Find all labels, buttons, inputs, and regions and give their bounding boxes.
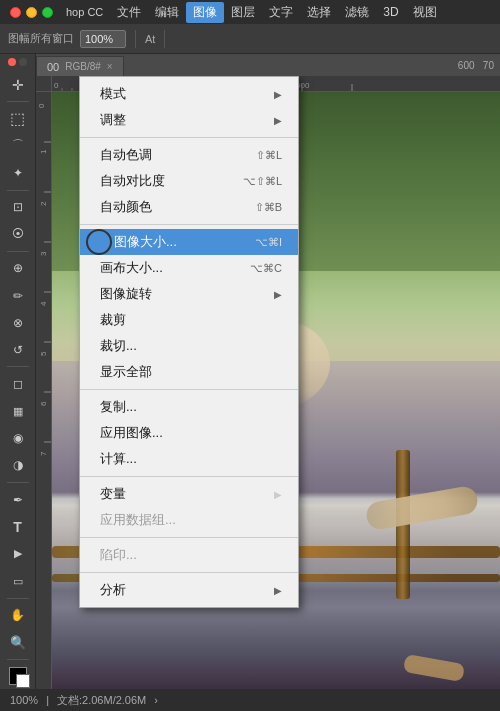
menu-item-apply-datagroup[interactable]: 应用数据组... (80, 507, 298, 533)
menu-item-apply-image[interactable]: 应用图像... (80, 420, 298, 446)
tool-path-selection[interactable]: ▶ (5, 541, 31, 566)
menu-item-select[interactable]: 选择 (300, 2, 338, 23)
menu-item-adjust[interactable]: 调整 ▶ (80, 107, 298, 133)
svg-text:1: 1 (39, 149, 48, 154)
panel-size-info: 600 70 (452, 60, 500, 71)
menu-item-file[interactable]: 文件 (110, 2, 148, 23)
menu-item-3d[interactable]: 3D (376, 3, 405, 21)
tool-gradient[interactable]: ▦ (5, 399, 31, 424)
tool-clone-stamp[interactable]: ⊗ (5, 310, 31, 335)
menu-item-photoshop[interactable]: hop CC (59, 4, 110, 20)
menu-item-image-size-shortcut: ⌥⌘I (255, 236, 282, 249)
menu-item-duplicate[interactable]: 复制... (80, 394, 298, 420)
tool-shape[interactable]: ▭ (5, 569, 31, 594)
menu-item-image-rotate-arrow: ▶ (274, 289, 282, 300)
toolbar-sep-2 (164, 30, 165, 48)
tool-eraser[interactable]: ◻ (5, 371, 31, 396)
menu-item-layer[interactable]: 图层 (224, 2, 262, 23)
tool-separator-3 (7, 251, 29, 252)
menu-item-image-rotate[interactable]: 图像旋转 ▶ (80, 281, 298, 307)
tool-dodge[interactable]: ◑ (5, 453, 31, 478)
menu-item-image[interactable]: 图像 (186, 2, 224, 23)
menu-item-analysis-arrow: ▶ (274, 585, 282, 596)
tool-hand[interactable]: ✋ (5, 603, 31, 628)
panel-close[interactable] (8, 58, 16, 66)
status-bar: 100% | 文档:2.06M/2.06M › (0, 689, 500, 711)
svg-text:5: 5 (39, 351, 48, 356)
doc-tab-label: 00 (47, 61, 59, 73)
menu-sep-4 (80, 476, 298, 477)
tool-separator-1 (7, 101, 29, 102)
menu-bar: hop CC 文件 编辑 图像 图层 文字 选择 滤镜 3D 视图 (0, 0, 500, 24)
doc-tab-colormode: RGB/8# (65, 61, 101, 72)
menu-item-image-rotate-label: 图像旋转 (100, 285, 152, 303)
menu-item-trap[interactable]: 陷印... (80, 542, 298, 568)
menu-item-trim[interactable]: 裁切... (80, 333, 298, 359)
menu-item-auto-tone-label: 自动色调 (100, 146, 152, 164)
menu-item-calculations-label: 计算... (100, 450, 137, 468)
tool-magic-wand[interactable]: ✦ (5, 160, 31, 185)
menu-item-image-size[interactable]: 图像大小... ⌥⌘I (80, 229, 298, 255)
tool-separator-5 (7, 482, 29, 483)
tool-spot-healing[interactable]: ⊕ (5, 256, 31, 281)
tool-foreground-color[interactable] (5, 664, 31, 689)
status-arrow[interactable]: › (154, 694, 158, 706)
menu-item-reveal-all[interactable]: 显示全部 (80, 359, 298, 385)
image-dropdown-menu[interactable]: 模式 ▶ 调整 ▶ 自动色调 ⇧⌘L 自动对比度 ⌥ (79, 76, 299, 608)
canvas-wrapper: 00 RGB/8# × 600 70 0 (36, 54, 500, 689)
menu-item-mode-label: 模式 (100, 85, 126, 103)
tool-zoom[interactable]: 🔍 (5, 630, 31, 655)
doc-tab-close[interactable]: × (107, 61, 113, 72)
tool-eyedropper[interactable]: ⦿ (5, 222, 31, 247)
menu-item-canvas-size-shortcut: ⌥⌘C (250, 262, 282, 275)
menu-item-view[interactable]: 视图 (406, 2, 444, 23)
tool-separator-7 (7, 659, 29, 660)
menu-sep-5 (80, 537, 298, 538)
menu-item-auto-color[interactable]: 自动颜色 ⇧⌘B (80, 194, 298, 220)
menu-item-filter[interactable]: 滤镜 (338, 2, 376, 23)
menu-item-variables[interactable]: 变量 ▶ (80, 481, 298, 507)
tool-history-brush[interactable]: ↺ (5, 337, 31, 362)
close-button[interactable] (10, 7, 21, 18)
menu-item-auto-tone[interactable]: 自动色调 ⇧⌘L (80, 142, 298, 168)
menu-item-adjust-label: 调整 (100, 111, 126, 129)
app-window: hop CC 文件 编辑 图像 图层 文字 选择 滤镜 3D 视图 图幅所有窗口… (0, 0, 500, 711)
svg-text:3: 3 (39, 251, 48, 256)
menu-item-mode[interactable]: 模式 ▶ (80, 81, 298, 107)
tool-marquee[interactable]: ⬚ (5, 106, 31, 131)
canvas-content: 0 100 200 300 400 500 (36, 76, 500, 689)
maximize-button[interactable] (42, 7, 53, 18)
svg-text:0: 0 (54, 81, 59, 90)
menu-item-auto-color-label: 自动颜色 (100, 198, 152, 216)
menu-item-edit[interactable]: 编辑 (148, 2, 186, 23)
svg-text:4: 4 (39, 301, 48, 306)
tool-lasso[interactable]: ⌒ (5, 133, 31, 158)
menu-item-auto-contrast[interactable]: 自动对比度 ⌥⇧⌘L (80, 168, 298, 194)
menu-item-canvas-size[interactable]: 画布大小... ⌥⌘C (80, 255, 298, 281)
menu-item-auto-color-shortcut: ⇧⌘B (255, 201, 282, 214)
menu-item-text[interactable]: 文字 (262, 2, 300, 23)
menu-sep-1 (80, 137, 298, 138)
toolbar-sep-1 (135, 30, 136, 48)
ruler-left: 0 1 2 3 4 5 6 7 (36, 92, 52, 689)
svg-text:0: 0 (37, 103, 46, 108)
doc-tab-active[interactable]: 00 RGB/8# × (36, 56, 124, 76)
tool-move[interactable]: ✛ (5, 72, 31, 97)
ruler-corner (36, 76, 52, 92)
doc-tab-bar: 00 RGB/8# × 600 70 (36, 54, 500, 76)
panel-dot-2 (19, 58, 27, 66)
zoom-input[interactable] (80, 30, 126, 48)
tool-blur[interactable]: ◉ (5, 426, 31, 451)
menu-item-analysis[interactable]: 分析 ▶ (80, 577, 298, 603)
menu-sep-2 (80, 224, 298, 225)
tool-crop[interactable]: ⊡ (5, 195, 31, 220)
tool-brush[interactable]: ✏ (5, 283, 31, 308)
menu-item-calculations[interactable]: 计算... (80, 446, 298, 472)
menu-item-auto-contrast-shortcut: ⌥⇧⌘L (243, 175, 282, 188)
tool-pen[interactable]: ✒ (5, 487, 31, 512)
svg-text:6: 6 (39, 401, 48, 406)
minimize-button[interactable] (26, 7, 37, 18)
tool-text[interactable]: T (5, 514, 31, 539)
menu-item-trim-label: 裁切... (100, 337, 137, 355)
menu-item-crop[interactable]: 裁剪 (80, 307, 298, 333)
